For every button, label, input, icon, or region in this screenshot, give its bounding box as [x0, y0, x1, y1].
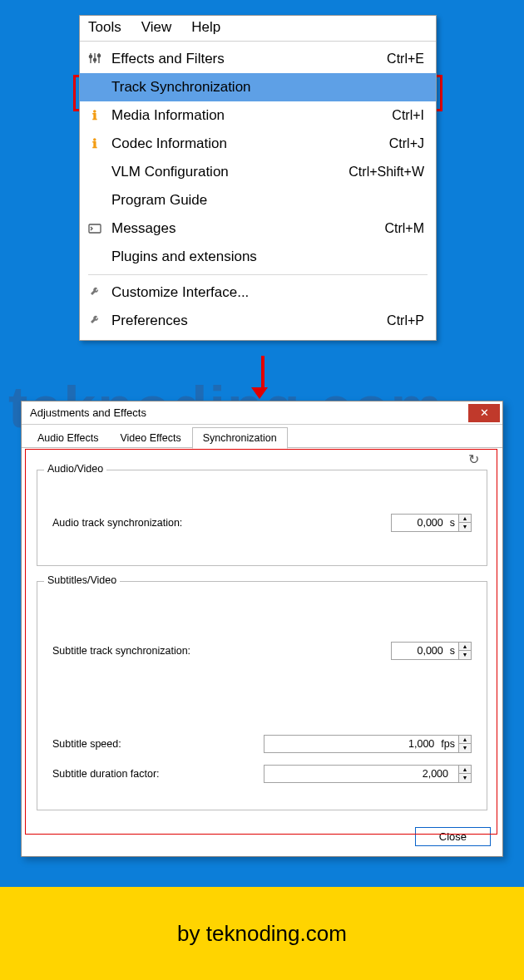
audio-sync-unit: s — [448, 515, 458, 531]
chevron-down-icon[interactable]: ▼ — [459, 523, 471, 531]
menu-item-codec-info[interactable]: ℹ Codec Information Ctrl+J — [80, 130, 436, 158]
info-icon: ℹ — [85, 108, 105, 123]
menu-shortcut: Ctrl+P — [387, 313, 424, 328]
spinner-buttons[interactable]: ▲▼ — [458, 643, 471, 659]
chevron-down-icon[interactable]: ▼ — [459, 774, 471, 782]
menu-item-preferences[interactable]: Preferences Ctrl+P — [80, 307, 436, 335]
svg-point-4 — [93, 58, 96, 61]
tabs: Audio Effects Video Effects Synchronizat… — [22, 425, 502, 448]
menu-label: Media Information — [105, 107, 392, 124]
chevron-up-icon[interactable]: ▲ — [459, 643, 471, 651]
menubar-view[interactable]: View — [141, 19, 172, 36]
spinner-buttons[interactable]: ▲▼ — [458, 736, 471, 752]
menu-item-track-sync[interactable]: Track Synchronization — [80, 73, 436, 101]
subtitle-speed-label: Subtitle speed: — [52, 738, 264, 750]
menu-label: Codec Information — [105, 135, 389, 152]
subtitle-speed-spinner[interactable]: 1,000 fps ▲▼ — [264, 735, 472, 753]
menu-shortcut: Ctrl+I — [392, 108, 424, 123]
window-title: Adjustments and Effects — [22, 406, 468, 419]
tab-synchronization[interactable]: Synchronization — [192, 427, 288, 449]
field-subtitle-sync: Subtitle track synchronization: 0,000 s … — [52, 642, 472, 660]
menubar-help[interactable]: Help — [191, 19, 220, 36]
wrench-icon — [85, 314, 105, 328]
menu-item-effects[interactable]: Effects and Filters Ctrl+E — [80, 45, 436, 73]
menu-item-guide[interactable]: Program Guide — [80, 186, 436, 214]
menu-label: Preferences — [105, 313, 387, 329]
menubar-tools[interactable]: Tools — [88, 19, 121, 36]
spinner-buttons[interactable]: ▲▼ — [458, 766, 471, 782]
svg-point-3 — [89, 55, 91, 57]
menu-label: Track Synchronization — [105, 79, 424, 96]
menu-item-customize[interactable]: Customize Interface... — [80, 278, 436, 307]
refresh-icon[interactable]: ↻ — [468, 451, 479, 467]
chevron-down-icon[interactable]: ▼ — [459, 744, 471, 752]
subtitle-duration-label: Subtitle duration factor: — [52, 768, 264, 780]
close-button[interactable]: Close — [415, 827, 491, 846]
footer-text: by teknoding.com — [177, 921, 347, 947]
terminal-icon — [85, 222, 105, 236]
tab-video-effects[interactable]: Video Effects — [109, 427, 191, 448]
menu-label: Program Guide — [105, 192, 424, 209]
menu-label: Messages — [105, 220, 384, 237]
subtitle-duration-value: 2,000 — [264, 766, 453, 782]
menu-item-vlm[interactable]: VLM Configuration Ctrl+Shift+W — [80, 158, 436, 186]
audio-sync-value: 0,000 — [392, 515, 448, 531]
subtitle-sync-spinner[interactable]: 0,000 s ▲▼ — [391, 642, 472, 660]
menu-label: Plugins and extensions — [105, 249, 424, 265]
menu-item-plugins[interactable]: Plugins and extensions — [80, 243, 436, 271]
menu-body: Effects and Filters Ctrl+E Track Synchro… — [80, 42, 436, 340]
arrow-icon — [258, 356, 268, 399]
effects-window: Adjustments and Effects ✕ Audio Effects … — [21, 401, 503, 857]
wrench-icon — [85, 286, 105, 300]
spinner-buttons[interactable]: ▲▼ — [458, 515, 471, 531]
chevron-up-icon[interactable]: ▲ — [459, 736, 471, 744]
tab-audio-effects[interactable]: Audio Effects — [27, 427, 109, 448]
page-footer: by teknoding.com — [0, 887, 524, 980]
subtitle-speed-unit: fps — [439, 736, 458, 752]
menu-shortcut: Ctrl+J — [389, 136, 424, 151]
menu-shortcut: Ctrl+E — [387, 52, 424, 66]
chevron-up-icon[interactable]: ▲ — [459, 766, 471, 774]
effects-footer: Close — [22, 822, 502, 856]
menubar: Tools View Help — [80, 16, 436, 42]
field-subtitle-speed: Subtitle speed: 1,000 fps ▲▼ — [52, 735, 472, 753]
menu-shortcut: Ctrl+M — [384, 221, 424, 236]
svg-rect-6 — [89, 224, 101, 233]
field-audio-sync: Audio track synchronization: 0,000 s ▲▼ — [52, 514, 472, 532]
svg-point-5 — [97, 54, 100, 57]
group-subtitles-video: Subtitle track synchronization: 0,000 s … — [37, 581, 487, 810]
group-audio-video: Audio track synchronization: 0,000 s ▲▼ — [37, 470, 487, 566]
effects-body: ↻ Audio track synchronization: 0,000 s ▲… — [22, 448, 502, 822]
subtitle-sync-label: Subtitle track synchronization: — [52, 645, 391, 657]
subtitle-speed-value: 1,000 — [264, 736, 439, 752]
field-subtitle-duration: Subtitle duration factor: 2,000 ▲▼ — [52, 765, 472, 783]
subtitle-sync-unit: s — [448, 643, 458, 659]
chevron-down-icon[interactable]: ▼ — [459, 651, 471, 659]
tools-menu-panel: Tools View Help Effects and Filters Ctrl… — [79, 15, 437, 341]
menu-label: Effects and Filters — [105, 51, 387, 67]
menu-shortcut: Ctrl+Shift+W — [349, 165, 424, 180]
menu-separator — [88, 274, 428, 275]
subtitle-duration-spinner[interactable]: 2,000 ▲▼ — [264, 765, 472, 783]
menu-label: VLM Configuration — [105, 164, 349, 180]
chevron-up-icon[interactable]: ▲ — [459, 515, 471, 523]
menu-label: Customize Interface... — [105, 284, 424, 301]
window-titlebar: Adjustments and Effects ✕ — [22, 401, 502, 425]
audio-sync-spinner[interactable]: 0,000 s ▲▼ — [391, 514, 472, 532]
menu-item-media-info[interactable]: ℹ Media Information Ctrl+I — [80, 101, 436, 130]
close-button[interactable]: ✕ — [468, 404, 500, 422]
subtitle-sync-value: 0,000 — [392, 643, 448, 659]
audio-sync-label: Audio track synchronization: — [52, 517, 391, 529]
menu-item-messages[interactable]: Messages Ctrl+M — [80, 214, 436, 243]
sliders-icon — [85, 52, 105, 67]
info-icon: ℹ — [85, 136, 105, 151]
